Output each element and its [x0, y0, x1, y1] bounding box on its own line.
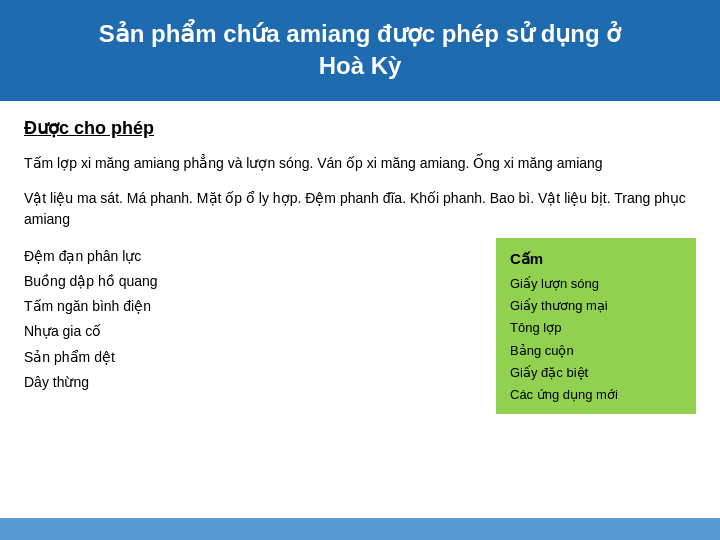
bottom-bar	[0, 518, 720, 540]
cam-item: Giấy lượn sóng	[510, 273, 682, 295]
lower-section: Đệm đạn phân lực Buồng dập hồ quang Tấm …	[24, 244, 696, 414]
header-line1: Sản phẩm chứa amiang được phép sử dụng ở	[99, 20, 622, 47]
paragraph-2: Vật liệu ma sát. Má phanh. Mặt ốp ổ ly h…	[24, 188, 696, 230]
cam-item: Bảng cuộn	[510, 340, 682, 362]
cam-item: Các ứng dụng mới	[510, 384, 682, 406]
cam-title: Cấm	[510, 246, 682, 272]
list-item: Buồng dập hồ quang	[24, 269, 486, 294]
left-list: Đệm đạn phân lực Buồng dập hồ quang Tấm …	[24, 244, 486, 414]
list-item: Đệm đạn phân lực	[24, 244, 486, 269]
right-box: Cấm Giấy lượn sóng Giấy thương mại Tông …	[496, 238, 696, 414]
list-item: Dây thừng	[24, 370, 486, 395]
list-item: Nhựa gia cố	[24, 319, 486, 344]
section-title: Được cho phép	[24, 117, 696, 139]
list-item: Tấm ngăn bình điện	[24, 294, 486, 319]
cam-item: Giấy đặc biệt	[510, 362, 682, 384]
list-item: Sản phẩm dệt	[24, 345, 486, 370]
paragraph-1: Tấm lợp xi măng amiang phẳng và lượn són…	[24, 153, 696, 174]
cam-item: Tông lợp	[510, 317, 682, 339]
header-line2: Hoà Kỳ	[319, 52, 402, 79]
page-header: Sản phẩm chứa amiang được phép sử dụng ở…	[0, 0, 720, 101]
main-content: Được cho phép Tấm lợp xi măng amiang phẳ…	[0, 101, 720, 518]
cam-item: Giấy thương mại	[510, 295, 682, 317]
